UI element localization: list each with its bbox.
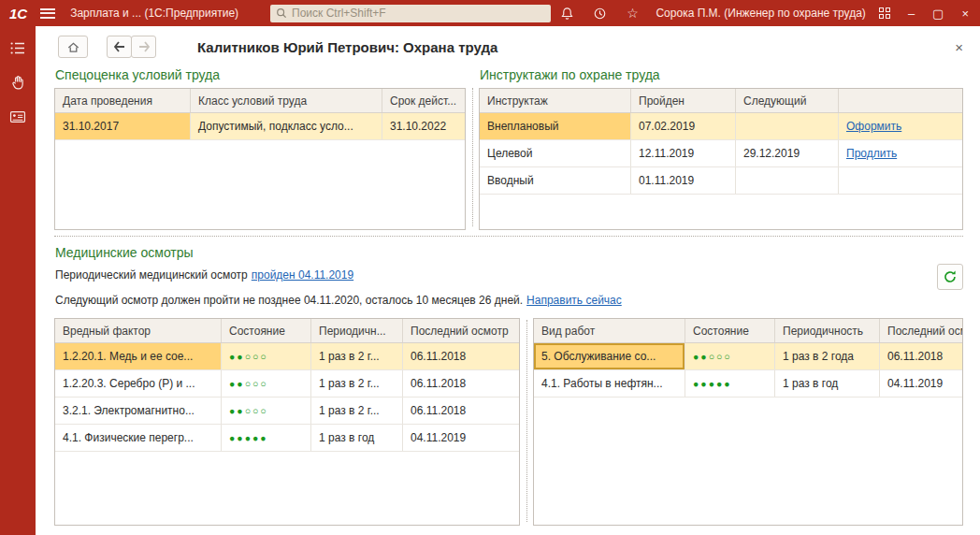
cell-last[interactable]: 06.11.2018 (403, 343, 519, 369)
cell-factor[interactable]: 1.2.20.3. Серебро (Р) и ... (55, 370, 222, 397)
favorites-star-icon[interactable]: ☆ (624, 5, 641, 22)
minimize-icon[interactable]: – (908, 7, 915, 20)
table-row[interactable]: 3.2.1. Электромагнитно... ●●○○○ 1 раз в … (55, 398, 519, 425)
cell-period[interactable]: 1 раз в год (311, 425, 403, 451)
sout-section-title: Спецоценка условий труда (55, 67, 466, 82)
cell-period[interactable]: 1 раз в год (775, 370, 880, 397)
column-header[interactable]: Последний осм... (880, 319, 962, 342)
cell-next[interactable] (736, 113, 839, 139)
column-header[interactable]: Дата проведения (55, 89, 191, 112)
cell-state[interactable]: ●●●●● (685, 370, 775, 397)
home-button[interactable] (58, 36, 88, 58)
cell-period[interactable]: 1 раз в 2 г... (311, 370, 403, 397)
factors-table: Вредный фактор Состояние Периодичн... По… (54, 318, 520, 526)
notifications-bell-icon[interactable] (558, 5, 575, 22)
table-row[interactable]: Внеплановый 07.02.2019 Оформить (480, 113, 962, 140)
cell-state[interactable]: ●●○○○ (222, 398, 311, 424)
horizontal-splitter[interactable] (54, 230, 963, 241)
cell-factor[interactable]: 1.2.20.1. Медь и ее сое... (55, 343, 222, 369)
cell-period[interactable]: 1 раз в 2 года (775, 343, 880, 369)
sout-table: Дата проведения Класс условий труда Срок… (54, 88, 466, 230)
cell-type[interactable]: Вводный (480, 167, 631, 194)
cell-state[interactable]: ●●●●● (222, 425, 311, 451)
cell-work[interactable]: 5. Обслуживание со... (534, 343, 685, 369)
briefings-section-title: Инструктажи по охране труда (480, 67, 963, 82)
column-header[interactable]: Срок дейст... (382, 89, 465, 112)
column-header[interactable]: Вид работ (534, 319, 685, 342)
table-row[interactable]: 5. Обслуживание со... ●●○○○ 1 раз в 2 го… (534, 343, 962, 370)
vertical-splitter[interactable] (466, 64, 479, 230)
history-icon[interactable] (591, 5, 608, 22)
table-row[interactable]: 31.10.2017 Допустимый, подкласс усло... … (55, 113, 465, 140)
cell-passed[interactable]: 01.11.2019 (631, 167, 736, 194)
column-header[interactable]: Инструктаж (480, 89, 631, 112)
cell-last[interactable]: 04.11.2019 (403, 425, 519, 451)
cell-factor[interactable]: 4.1. Физические перегр... (55, 425, 222, 451)
vertical-splitter[interactable] (520, 318, 533, 526)
service-hand-icon[interactable] (8, 73, 27, 92)
topbar: 1С Зарплата и ... (1С:Предприятие) ☆ Сор… (0, 0, 980, 26)
column-header[interactable]: Периодичн... (311, 319, 403, 342)
table-row[interactable]: 4.1. Работы в нефтян... ●●●●● 1 раз в го… (534, 370, 962, 398)
desktop-icon[interactable] (879, 7, 890, 19)
employee-card-icon[interactable] (8, 108, 27, 126)
current-user[interactable]: Сорока П.М. (Инженер по охране труда) (656, 7, 865, 20)
cell-valid[interactable]: 31.10.2022 (382, 113, 465, 139)
cell-last[interactable]: 06.11.2018 (403, 370, 519, 397)
back-button[interactable] (107, 36, 132, 58)
cell-state[interactable]: ●●○○○ (222, 370, 311, 397)
periodic-exam-passed-link[interactable]: пройден 04.11.2019 (252, 268, 353, 282)
cell-state[interactable]: ●●○○○ (222, 343, 311, 369)
cell-work[interactable]: 4.1. Работы в нефтян... (534, 370, 685, 397)
cell-type[interactable]: Внеплановый (480, 113, 631, 139)
column-header[interactable]: Класс условий труда (191, 89, 382, 112)
column-header[interactable]: Периодичность (775, 319, 880, 342)
cell-next[interactable] (736, 167, 839, 194)
app-window: 1С Зарплата и ... (1С:Предприятие) ☆ Сор… (0, 0, 980, 535)
search-input[interactable] (292, 7, 545, 20)
table-row[interactable]: 1.2.20.1. Медь и ее сое... ●●○○○ 1 раз в… (55, 343, 519, 370)
cell-passed[interactable]: 07.02.2019 (631, 113, 736, 139)
cell-action[interactable]: Продлить (839, 140, 962, 166)
send-now-link[interactable]: Направить сейчас (526, 294, 622, 307)
table-row[interactable]: Вводный 01.11.2019 (480, 167, 962, 195)
form-close-button[interactable]: × (951, 39, 967, 55)
register-briefing-link[interactable]: Оформить (846, 120, 901, 133)
maximize-icon[interactable]: ▢ (932, 7, 944, 20)
cell-action[interactable] (839, 167, 962, 194)
cell-last[interactable]: 04.11.2019 (880, 370, 962, 397)
cell-passed[interactable]: 12.11.2019 (631, 140, 736, 166)
cell-period[interactable]: 1 раз в 2 г... (311, 398, 403, 424)
close-window-icon[interactable]: × (961, 7, 969, 20)
extend-briefing-link[interactable]: Продлить (846, 147, 897, 160)
status-dots: ●●○○○ (693, 351, 732, 362)
periodic-exam-line: Периодический медицинский осмотр пройден… (55, 266, 963, 284)
column-header[interactable]: Состояние (222, 319, 311, 342)
column-header[interactable]: Следующий (736, 89, 839, 112)
cell-last[interactable]: 06.11.2018 (880, 343, 962, 369)
main-menu-icon[interactable] (40, 8, 55, 19)
cell-action[interactable]: Оформить (839, 113, 962, 139)
table-row[interactable]: 4.1. Физические перегр... ●●●●● 1 раз в … (55, 425, 519, 452)
column-header[interactable]: Состояние (685, 319, 775, 342)
refresh-button[interactable] (937, 264, 963, 290)
forward-button[interactable] (131, 36, 156, 58)
next-exam-line: Следующий осмотр должен пройти не поздне… (55, 291, 963, 310)
cell-state[interactable]: ●●○○○ (685, 343, 775, 369)
global-search[interactable] (270, 5, 551, 22)
cell-class[interactable]: Допустимый, подкласс усло... (191, 113, 382, 139)
table-row[interactable]: 1.2.20.3. Серебро (Р) и ... ●●○○○ 1 раз … (55, 370, 519, 398)
cell-type[interactable]: Целевой (480, 140, 631, 166)
cell-last[interactable]: 06.11.2018 (403, 398, 519, 424)
status-dots: ●●●●● (229, 432, 268, 443)
cell-factor[interactable]: 3.2.1. Электромагнитно... (55, 398, 222, 424)
sout-table-header: Дата проведения Класс условий труда Срок… (55, 89, 465, 113)
cell-period[interactable]: 1 раз в 2 г... (311, 343, 403, 369)
table-row[interactable]: Целевой 12.11.2019 29.12.2019 Продлить (480, 140, 962, 167)
column-header[interactable]: Последний осмотр (403, 319, 519, 342)
sections-menu-icon[interactable] (8, 38, 27, 57)
column-header[interactable]: Пройден (631, 89, 736, 112)
column-header[interactable]: Вредный фактор (55, 319, 222, 342)
cell-date[interactable]: 31.10.2017 (55, 113, 191, 139)
cell-next[interactable]: 29.12.2019 (736, 140, 839, 166)
